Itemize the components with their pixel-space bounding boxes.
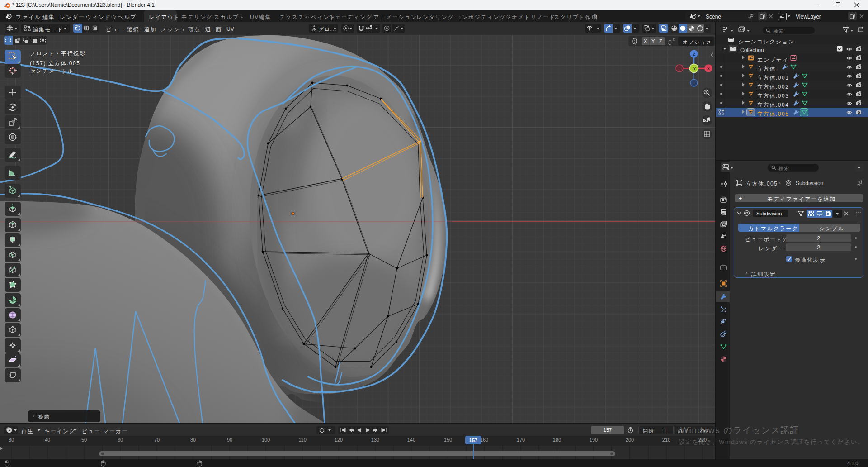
svg-text:200: 200 <box>626 437 634 443</box>
svg-text:140: 140 <box>407 437 415 443</box>
svg-text:170: 170 <box>517 437 525 443</box>
svg-text:110: 110 <box>298 437 307 443</box>
svg-text:40: 40 <box>45 437 50 443</box>
svg-text:80: 80 <box>190 437 196 443</box>
svg-text:70: 70 <box>154 437 160 443</box>
svg-text:50: 50 <box>81 437 87 443</box>
svg-text:180: 180 <box>553 437 561 443</box>
svg-text:157: 157 <box>469 438 477 443</box>
svg-text:190: 190 <box>590 437 598 443</box>
svg-text:120: 120 <box>335 437 343 443</box>
svg-text:100: 100 <box>262 437 270 443</box>
svg-text:Z: Z <box>693 52 695 57</box>
svg-text:130: 130 <box>371 437 379 443</box>
svg-text:30: 30 <box>9 437 14 443</box>
svg-text:60: 60 <box>118 437 123 443</box>
svg-text:150: 150 <box>444 437 452 443</box>
svg-text:X: X <box>707 67 710 71</box>
svg-text:-Y: -Y <box>692 67 696 71</box>
svg-text:210: 210 <box>662 437 670 443</box>
svg-text:90: 90 <box>227 437 232 443</box>
